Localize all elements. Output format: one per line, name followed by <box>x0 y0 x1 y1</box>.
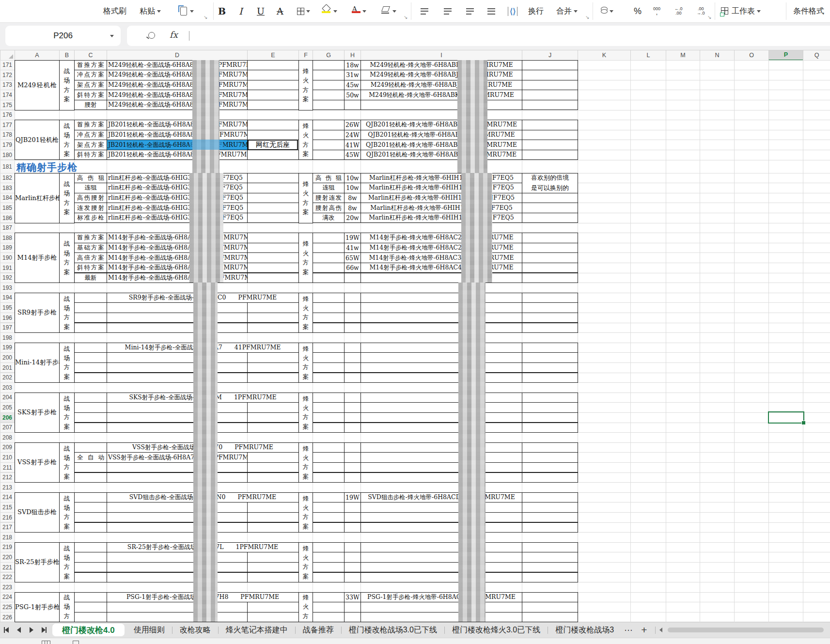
cell-G221[interactable] <box>313 562 345 573</box>
cell-I210[interactable] <box>360 452 522 463</box>
cell-C173[interactable]: 架点方案 <box>74 80 107 91</box>
cell-J190[interactable] <box>522 252 578 263</box>
cell-E207[interactable] <box>247 423 299 433</box>
cell-J178[interactable] <box>522 130 578 141</box>
row-header-199[interactable]: 199 <box>0 343 15 353</box>
cell-J175[interactable] <box>522 100 578 110</box>
cell-G192[interactable] <box>313 273 345 283</box>
percent-style-button[interactable]: % <box>634 0 642 22</box>
cell-G189[interactable] <box>313 243 345 253</box>
cell-H199[interactable] <box>344 343 361 353</box>
dialog-launcher-icon[interactable]: ↘ <box>204 15 207 20</box>
paste-special-button[interactable] <box>178 0 194 22</box>
cell-J180[interactable] <box>522 150 578 160</box>
scroll-left-icon[interactable] <box>659 628 662 632</box>
row-header-225[interactable]: 225 <box>0 602 15 613</box>
row-header-223[interactable]: 223 <box>0 582 15 593</box>
search-icon[interactable] <box>148 32 155 39</box>
cell-H204[interactable] <box>344 393 361 403</box>
row-header-201[interactable]: 201 <box>0 362 15 373</box>
cell-D182[interactable]: rlin杠杆步枪-全面战场-6HIG36 065JF7EQ5 <box>107 173 248 184</box>
cell-H200[interactable] <box>344 352 361 363</box>
fx-icon[interactable]: fx <box>170 30 178 40</box>
borders-button[interactable] <box>297 0 310 22</box>
battlefield-plan-header-cell[interactable]: 战 场 方 案 <box>59 492 75 533</box>
cell-I224[interactable]: PSG-1射手步枪-烽火地带-6H8AC 1PFMRU7ME <box>360 592 522 603</box>
keyboard-icon[interactable] <box>42 641 50 644</box>
cell-J173[interactable] <box>522 80 578 91</box>
cell-H202[interactable] <box>344 373 361 383</box>
cell-D196[interactable] <box>107 313 248 323</box>
column-header-P[interactable]: P <box>768 50 803 61</box>
cell-C171[interactable]: 首推方案 <box>74 60 107 71</box>
cell-J221[interactable] <box>522 562 578 573</box>
row-header-194[interactable]: 194 <box>0 293 15 303</box>
cell-I202[interactable] <box>360 373 522 383</box>
cell-I177[interactable]: QJB201轻机枪-烽火地带-6H8ABQ 1PFMRU7ME <box>360 120 522 130</box>
prev-sheet-button[interactable] <box>13 624 25 636</box>
formula-input[interactable]: fx <box>127 26 830 46</box>
beacon-plan-header-cell[interactable]: 烽 火 方 案 <box>298 60 313 110</box>
cell-J179[interactable] <box>522 140 578 150</box>
name-box[interactable]: P206 <box>5 26 121 46</box>
cell-J192[interactable] <box>522 273 578 283</box>
cell-D183[interactable]: rlin杠杆步枪-全面战场-6HIG39 065JF7EQ5 <box>107 183 248 193</box>
cell-H197[interactable] <box>344 323 361 333</box>
cell-G205[interactable] <box>313 402 345 413</box>
row-header-219[interactable]: 219 <box>0 542 15 553</box>
section-title[interactable]: 精确射手步枪 <box>16 161 78 174</box>
cell-C204[interactable] <box>74 393 107 403</box>
cell-E225[interactable] <box>247 602 299 613</box>
cell-I215[interactable] <box>360 502 522 513</box>
row-header-193[interactable]: 193 <box>0 283 15 293</box>
cell-D221[interactable] <box>107 562 248 573</box>
column-header-J[interactable]: J <box>522 50 578 61</box>
cell-C179[interactable]: 架点方案 <box>74 140 107 150</box>
cell-D216[interactable] <box>107 512 248 523</box>
cell-C224[interactable] <box>74 592 107 603</box>
cell-C194[interactable] <box>74 293 107 303</box>
cell-D190[interactable]: M14射手步枪-全面战场-6H8A87K0 FMRU7ME <box>107 252 248 263</box>
cell-C178[interactable]: 冲点方案 <box>74 130 107 141</box>
cell-G188[interactable] <box>313 233 345 243</box>
cell-E175[interactable] <box>247 100 299 110</box>
cell-H205[interactable] <box>344 402 361 413</box>
cell-H210[interactable] <box>344 452 361 463</box>
cell-H215[interactable] <box>344 502 361 513</box>
cell-C191[interactable]: 斜特方案 <box>74 263 107 273</box>
row-header-208[interactable]: 208 <box>0 432 15 443</box>
comma-style-button[interactable]: 000, <box>653 0 660 22</box>
column-header-K[interactable]: K <box>578 50 631 61</box>
cell-H175[interactable] <box>344 100 361 110</box>
cell-G215[interactable] <box>313 502 345 513</box>
cell-D207[interactable] <box>107 423 248 433</box>
cell-H189[interactable]: 41w <box>344 243 361 253</box>
dialog-launcher-icon[interactable]: ↘ <box>404 15 407 20</box>
cell-J216[interactable] <box>522 512 578 523</box>
cell-G200[interactable] <box>313 352 345 363</box>
column-header-Q[interactable]: Q <box>803 50 830 61</box>
dialog-launcher-icon[interactable]: ↘ <box>585 15 589 20</box>
row-header-195[interactable]: 195 <box>0 302 15 313</box>
cell-I172[interactable]: M249轻机枪-烽火地带-6H8ABJ 1PFMRU7ME <box>360 70 522 80</box>
cell-D186[interactable]: rlin杠杆步枪-全面战场-6HIG3B 065JF7EQ5 <box>107 213 248 223</box>
bold-button[interactable]: B <box>218 0 226 22</box>
cell-I201[interactable] <box>360 362 522 373</box>
beacon-plan-header-cell[interactable]: 烽 火 方 案 <box>298 592 313 623</box>
cell-G197[interactable] <box>313 323 345 333</box>
cell-J171[interactable] <box>522 60 578 71</box>
row-header-176[interactable]: 176 <box>0 110 15 121</box>
cell-D210[interactable]: VSS射手步枪-全面战场-6H8A7P4 PFMRU7ME <box>107 452 248 463</box>
cell-H184[interactable]: 8w <box>344 193 361 204</box>
cell-H191[interactable]: 66w <box>344 263 361 273</box>
cell-E206[interactable] <box>247 412 299 423</box>
cell-I190[interactable]: M14射手步枪-烽火地带-6H8AC3C020 RU7ME <box>360 252 522 263</box>
row-header-211[interactable]: 211 <box>0 462 15 473</box>
cell-H195[interactable] <box>344 302 361 313</box>
cell-G224[interactable] <box>313 592 345 603</box>
cell-E205[interactable] <box>247 402 299 413</box>
cell-H212[interactable] <box>344 472 361 483</box>
paste-button[interactable]: 粘贴 <box>140 0 161 22</box>
cell-J188[interactable] <box>522 233 578 243</box>
cell-D179[interactable]: JB201轻机枪-全面战场-6H8A81 1PFMRU7M <box>107 140 248 150</box>
